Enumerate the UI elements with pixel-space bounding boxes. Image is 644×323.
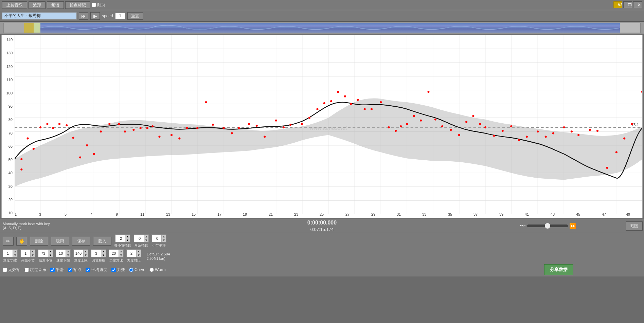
step-down-spinbox: 10 ▲ ▼ xyxy=(56,249,71,257)
force-checkbox[interactable] xyxy=(111,268,116,272)
svg-point-70 xyxy=(178,138,180,140)
close-btn[interactable]: ✕ xyxy=(633,1,642,8)
svg-point-64 xyxy=(132,129,135,131)
per-small-beats-down[interactable]: ▼ xyxy=(125,238,130,242)
delete-btn[interactable]: 删除 xyxy=(30,237,48,246)
svg-point-81 xyxy=(275,120,277,122)
spectrum-btn[interactable]: 频谱 xyxy=(47,1,64,9)
reset-btn[interactable]: 重置 xyxy=(127,12,143,20)
speed-change-value: 1 xyxy=(3,251,13,255)
svg-point-84 xyxy=(301,123,303,125)
move-min-up[interactable]: ▲ xyxy=(119,250,123,253)
end-min-down[interactable]: ▼ xyxy=(48,253,53,257)
move-max-up[interactable]: ▲ xyxy=(137,250,141,253)
svg-point-77 xyxy=(238,127,240,129)
svg-point-102 xyxy=(427,91,429,93)
v2-btn[interactable]: V2 xyxy=(613,1,622,8)
step-down-value: 10 xyxy=(56,251,66,255)
svg-point-120 xyxy=(571,130,573,132)
move-max-group: 2 ▲ ▼ 力度对比 xyxy=(126,249,141,263)
move-max-down[interactable]: ▼ xyxy=(137,253,141,257)
beat-width-up[interactable]: ▲ xyxy=(101,250,106,253)
speed-change-up[interactable]: ▲ xyxy=(13,250,17,253)
start-min-down[interactable]: ▼ xyxy=(31,253,35,257)
y-label-30: 30 xyxy=(2,184,14,189)
per-small-beats-up[interactable]: ▲ xyxy=(125,235,130,238)
ear-beats-up[interactable]: ▲ xyxy=(144,235,148,238)
y-label-130: 130 xyxy=(2,51,14,55)
save-btn[interactable]: 保存 xyxy=(72,237,90,246)
waveform-container[interactable] xyxy=(3,23,641,33)
svg-point-127 xyxy=(631,123,633,125)
speed-slider[interactable] xyxy=(527,225,568,227)
listen-btn[interactable]: 吸附 xyxy=(51,237,69,246)
smooth-checkbox[interactable] xyxy=(50,268,55,272)
worm-radio[interactable] xyxy=(149,268,154,272)
small-beat-offset-up[interactable]: ▲ xyxy=(162,235,166,238)
svg-point-86 xyxy=(316,108,318,110)
svg-point-62 xyxy=(118,123,120,125)
capture-btn[interactable]: 截图 xyxy=(626,221,643,231)
x-label-9: 9 xyxy=(116,212,118,216)
end-min-up[interactable]: ▲ xyxy=(48,250,53,253)
svg-point-114 xyxy=(518,139,520,141)
player-controls-row: ⏮ ▶ speed 重置 xyxy=(0,10,644,22)
ear-beats-value: 0 xyxy=(134,236,144,240)
step-up-up[interactable]: ▲ xyxy=(84,250,88,253)
svg-point-65 xyxy=(140,127,142,129)
waveform-btn[interactable]: 波形 xyxy=(29,1,46,9)
beat-point-label: 拍点 xyxy=(68,267,82,273)
speed-input[interactable] xyxy=(115,13,125,19)
draw-btn[interactable]: ✏ xyxy=(3,237,14,246)
play-btn[interactable]: ▶ xyxy=(90,12,100,20)
load-btn[interactable]: 载入 xyxy=(93,237,111,246)
svg-point-49 xyxy=(27,138,29,140)
speed-change-down[interactable]: ▼ xyxy=(13,253,17,257)
waveform-yellow-marker xyxy=(24,23,34,33)
svg-point-80 xyxy=(264,136,266,138)
fanye-checkbox[interactable] xyxy=(92,3,96,7)
x-label-29: 29 xyxy=(371,212,375,216)
move-min-group: 20 ▲ ▼ 力度对比 xyxy=(109,249,124,263)
top-toolbar: 上传音乐 波形 频谱 拍点标记 翻页 V2 🗖 ✕ xyxy=(0,0,644,10)
avg-speed-checkbox[interactable] xyxy=(86,268,90,272)
ear-beats-down[interactable]: ▼ xyxy=(144,238,148,242)
song-title-input[interactable] xyxy=(2,12,77,20)
move-min-down[interactable]: ▼ xyxy=(119,253,123,257)
svg-point-92 xyxy=(357,99,359,101)
share-data-btn[interactable]: 分享数据 xyxy=(544,264,573,275)
svg-point-103 xyxy=(434,119,436,121)
step-up-value: 140 xyxy=(74,251,83,255)
per-small-beats-label: 每小节拍数 xyxy=(114,243,131,248)
step-down-down[interactable]: ▼ xyxy=(66,253,70,257)
svg-point-97 xyxy=(395,130,397,132)
svg-point-101 xyxy=(420,120,422,122)
move-btn[interactable]: ✋ xyxy=(16,237,27,246)
svg-point-123 xyxy=(596,130,598,132)
small-beat-offset-down[interactable]: ▼ xyxy=(162,238,166,242)
move-max-value: 2 xyxy=(127,251,136,255)
svg-point-58 xyxy=(86,144,88,146)
step-down-up[interactable]: ▲ xyxy=(66,250,70,253)
no-beat-checkbox[interactable] xyxy=(3,268,7,272)
svg-point-112 xyxy=(502,130,504,132)
curve-radio[interactable] xyxy=(129,268,133,272)
svg-point-98 xyxy=(400,125,402,127)
beat-width-down[interactable]: ▼ xyxy=(101,253,106,257)
default-value-group: Default: 2.504 2.504(1 bar) xyxy=(147,252,170,261)
step-up-down[interactable]: ▼ xyxy=(84,253,88,257)
start-min-up[interactable]: ▲ xyxy=(31,250,35,253)
svg-point-116 xyxy=(537,130,539,132)
svg-point-94 xyxy=(371,108,373,110)
prev-btn[interactable]: ⏮ xyxy=(79,12,88,20)
svg-point-83 xyxy=(289,124,291,126)
upload-music-btn[interactable]: 上传音乐 xyxy=(2,1,27,9)
beat-point-checkbox[interactable] xyxy=(68,268,72,272)
main-chart: 10 20 30 40 50 60 70 80 90 100 110 120 1… xyxy=(1,35,643,218)
jump-beat-checkbox[interactable] xyxy=(24,268,29,272)
fanye-checkbox-label: 翻页 xyxy=(92,2,105,8)
ear-beats-label: 耳反拍数 xyxy=(135,243,148,248)
per-small-beats-spinbox: 2 ▲ ▼ xyxy=(115,234,130,243)
maximize-btn[interactable]: 🗖 xyxy=(623,1,632,8)
beat-mark-btn[interactable]: 拍点标记 xyxy=(65,1,90,9)
